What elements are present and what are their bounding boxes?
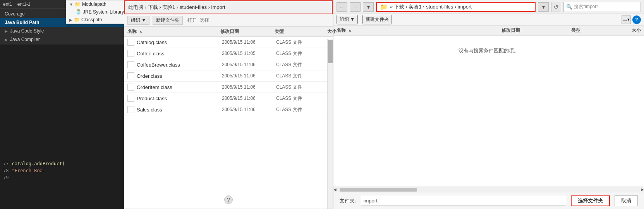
file-date: 2005/9/15 11:06 [222,62,276,67]
dropdown-btn[interactable]: ▾ [363,2,374,12]
tree-modulepath[interactable]: ▼ 📁 Modulepath [66,0,124,8]
right-col-size-header[interactable]: 大小 [610,27,641,34]
right-col-date-header[interactable]: 修改日期 [501,27,571,34]
view-options: ≡≡ ▾ ? [622,15,641,24]
file-name: Sales.class [137,107,222,113]
list-item[interactable]: OrderItem.class 2005/9/15 11:06 CLASS 文件… [124,82,333,93]
file-icon [127,95,134,102]
right-col-name-header[interactable]: 名称 ∧ [337,27,501,34]
file-name: CoffeeBrewer.class [137,62,222,68]
ide-code-area: 77 catalog.addProduct( 78 "French Roa 79 [0,159,124,209]
file-date: 2005/9/15 11:06 [222,84,276,90]
file-name: Product.class [137,96,222,101]
list-item[interactable]: Product.class 2005/9/15 11:06 CLASS 文件 1… [124,93,333,104]
right-search-bar[interactable]: 🔍 搜索"import" [563,2,641,12]
left-help-btn[interactable]: ? [224,195,233,204]
help-btn[interactable]: ? [632,15,641,24]
file-date: 2005/9/15 11:05 [222,51,276,56]
view-icon: ≡≡ [623,17,628,22]
code-line-77: catalog.addProduct( [12,161,65,166]
modulepath-folder-icon: 📁 [75,2,81,7]
list-item[interactable]: Sales.class 2005/9/15 11:06 CLASS 文件 1 K… [124,104,333,115]
forward-btn[interactable]: → [350,2,361,12]
search-icon: 🔍 [566,4,572,10]
right-toolbar: 组织 ▼ 新建文件夹 ≡≡ ▾ ? [333,14,644,26]
build-path-label: Java Build Path [5,20,39,25]
ide-tab-2[interactable]: ent1-1 [17,2,31,7]
ide-menu-java-code-style[interactable]: ▶ Java Code Style [0,27,124,35]
right-scrollbar-h[interactable]: ◀ ▶ [333,187,644,192]
file-date: 2005/9/15 11:06 [222,39,276,45]
view-dropdown-icon: ▾ [627,17,630,22]
scroll-left-icon[interactable]: ◀ [333,187,337,192]
classpath-folder-icon: 📁 [74,17,80,22]
left-new-folder-btn[interactable]: 新建文件夹 [153,16,183,25]
file-date: 2005/9/15 11:06 [222,73,276,79]
left-open-label: 打开 [187,17,197,24]
list-item[interactable]: CoffeeBrewer.class 2005/9/15 11:06 CLASS… [124,59,333,70]
left-col-header: 名称 ∧ 修改日期 类型 大小 [124,27,333,37]
ide-panel: ent1 ent1-1 Coverage Java Build Path ▶ J… [0,0,124,209]
refresh-btn[interactable]: ↺ [551,2,561,12]
left-organize-btn[interactable]: 组织 ▼ [127,16,149,25]
path-dropdown-btn[interactable]: ▾ [538,2,549,12]
right-bottom-bar: 文件夹: 选择文件夹 取消 [333,192,644,209]
file-name: Catalog.class [137,39,222,45]
back-btn[interactable]: ← [337,2,347,12]
file-type: CLASS 文件 [276,50,315,57]
list-item[interactable]: Coffee.class 2005/9/15 11:05 CLASS 文件 2 … [124,48,333,59]
right-path-bar[interactable]: 📁 « 下载 › 实验1 › student-files › import [376,2,536,12]
line-78: 78 [3,168,9,173]
name-sort-arrow: ∧ [139,30,142,34]
left-scrollbar[interactable] [327,39,333,209]
file-type: CLASS 文件 [276,95,315,102]
classpath-label: Classpath [81,17,102,22]
tree-classpath[interactable]: ▶ 📁 Classpath [66,16,124,24]
code-style-label: Java Code Style [10,28,44,34]
file-type: CLASS 文件 [276,39,315,46]
back-arrow-icon: ← [339,4,345,10]
empty-message: 没有与搜索条件匹配的项。 [459,47,519,54]
select-folder-btn[interactable]: 选择文件夹 [571,195,610,206]
col-name-header[interactable]: 名称 ∧ [127,28,220,35]
ide-tab-1[interactable]: ent1 [3,2,12,7]
tree-jre[interactable]: 🫙 JRE System Library [66,8,124,16]
right-organize-btn[interactable]: 组织 ▼ [337,15,358,24]
jre-jar-icon: 🫙 [76,9,81,15]
col-size-header[interactable]: 大小 [313,28,337,35]
file-type: CLASS 文件 [276,84,315,91]
list-item[interactable]: Catalog.class 2005/9/15 11:06 CLASS 文件 2… [124,37,333,48]
scroll-h-thumb[interactable] [340,188,417,192]
left-breadcrumb-text: 此电脑 › 下载 › 实验1 › student-files › import [128,4,225,11]
right-titlebar: ← → ▾ 📁 « 下载 › 实验1 › student-files › imp… [333,0,644,14]
left-file-list: Catalog.class 2005/9/15 11:06 CLASS 文件 2… [124,37,333,209]
classpath-arrow: ▶ [69,18,72,22]
modulepath-label: Modulepath [82,2,106,7]
file-icon [127,39,134,46]
list-item[interactable]: Order.class 2005/9/15 11:06 CLASS 文件 2 K… [124,70,333,82]
folder-label: 文件夹: [340,197,356,204]
code-style-arrow: ▶ [5,29,8,33]
file-icon [127,72,134,79]
file-name: Coffee.class [137,51,222,57]
right-col-type-header[interactable]: 类型 [571,27,610,34]
col-date-header[interactable]: 修改日期 [220,28,275,35]
file-date: 2005/9/15 11:06 [222,107,276,112]
folder-input[interactable] [361,196,566,206]
path-dropdown-icon: ▾ [542,4,545,10]
ide-menu-java-compiler[interactable]: ▶ Java Compiler [0,35,124,44]
file-date: 2005/9/15 11:06 [222,96,276,101]
compiler-arrow: ▶ [5,38,8,42]
modulepath-arrow: ▼ [69,2,73,7]
file-type: CLASS 文件 [276,62,315,68]
scroll-right-icon[interactable]: ▶ [641,187,644,192]
col-type-header[interactable]: 类型 [275,28,313,35]
left-scroll-thumb[interactable] [328,40,333,63]
path-folder-icon: 📁 [380,3,388,10]
dropdown-icon: ▾ [367,4,370,10]
cancel-btn[interactable]: 取消 [615,195,638,206]
file-browser-left: 此电脑 › 下载 › 实验1 › student-files › import … [124,0,333,209]
search-placeholder: 搜索"import" [574,3,599,10]
right-new-folder-btn[interactable]: 新建文件夹 [362,15,392,24]
view-toggle-btn[interactable]: ≡≡ ▾ [622,15,631,24]
